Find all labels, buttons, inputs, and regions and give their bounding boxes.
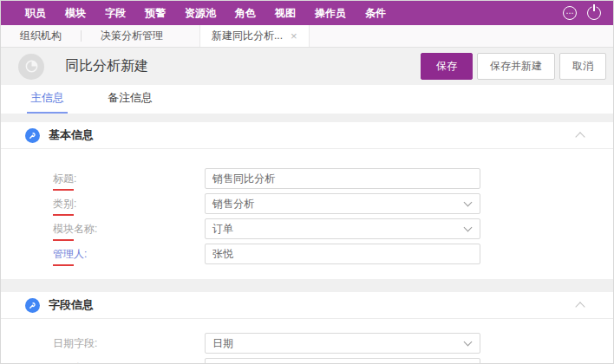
aggregation-value: 取记录数 bbox=[212, 361, 254, 364]
form-row-module-name: 模块名称: 订单 bbox=[53, 218, 613, 239]
form-row-title: 标题: bbox=[53, 168, 613, 189]
section-header-basic-info: 基本信息 bbox=[1, 122, 613, 149]
nav-item-condition[interactable]: 条件 bbox=[365, 6, 386, 21]
page-header: 同比分析新建 保存 保存并新建 取消 bbox=[1, 48, 613, 85]
active-document-tab[interactable]: 新建同比分析... × bbox=[199, 25, 310, 47]
title-input[interactable] bbox=[205, 168, 480, 189]
chevron-up-icon bbox=[575, 302, 585, 311]
chevron-up-icon bbox=[575, 132, 585, 141]
nav-right-icons: ⋯ bbox=[563, 6, 601, 20]
field-info-form: 日期字段: 日期 聚合方式: 取记录数 bbox=[1, 319, 613, 364]
title-label: 标题: bbox=[53, 172, 205, 186]
manager-label: 管理人: bbox=[53, 247, 205, 262]
section-spacer bbox=[1, 114, 613, 122]
category-value: 销售分析 bbox=[212, 197, 254, 211]
collapse-section-button[interactable] bbox=[573, 297, 587, 314]
section-header-field-info: 字段信息 bbox=[1, 292, 613, 319]
nav-item-role[interactable]: 角色 bbox=[235, 6, 256, 21]
module-name-label: 模块名称: bbox=[53, 222, 205, 237]
close-tab-icon[interactable]: × bbox=[291, 29, 297, 42]
chevron-down-icon bbox=[464, 198, 473, 207]
wrench-icon bbox=[25, 128, 40, 143]
nav-item-view[interactable]: 视图 bbox=[275, 6, 296, 21]
chevron-down-icon bbox=[464, 338, 473, 347]
manager-input[interactable] bbox=[205, 244, 480, 264]
power-icon[interactable] bbox=[587, 6, 601, 20]
module-name-select[interactable]: 订单 bbox=[205, 218, 480, 239]
more-icon[interactable]: ⋯ bbox=[563, 6, 577, 20]
top-nav: 职员 模块 字段 预警 资源池 角色 视图 操作员 条件 ⋯ bbox=[1, 1, 613, 25]
nav-item-alert[interactable]: 预警 bbox=[145, 6, 166, 21]
date-field-value: 日期 bbox=[212, 336, 233, 351]
cancel-button[interactable]: 取消 bbox=[559, 53, 606, 80]
form-row-category: 类别: 销售分析 bbox=[53, 193, 613, 214]
save-and-new-button[interactable]: 保存并新建 bbox=[477, 53, 555, 80]
section-spacer bbox=[1, 279, 613, 292]
nav-item-field[interactable]: 字段 bbox=[105, 6, 126, 21]
nav-item-operator[interactable]: 操作员 bbox=[315, 6, 346, 21]
form-row-manager: 管理人: bbox=[53, 244, 613, 264]
basic-info-form: 标题: 类别: 销售分析 模块名称: 订单 管理人: bbox=[1, 149, 613, 279]
save-button[interactable]: 保存 bbox=[421, 53, 473, 80]
category-label: 类别: bbox=[53, 197, 205, 211]
aggregation-select[interactable]: 取记录数 bbox=[205, 358, 480, 364]
form-row-date-field: 日期字段: 日期 bbox=[53, 333, 613, 354]
page-title: 同比分析新建 bbox=[65, 57, 148, 75]
header-buttons: 保存 保存并新建 取消 bbox=[421, 53, 606, 80]
nav-item-module[interactable]: 模块 bbox=[65, 6, 86, 21]
nav-item-staff[interactable]: 职员 bbox=[25, 6, 46, 21]
wrench-icon bbox=[25, 298, 40, 313]
pie-chart-icon bbox=[18, 54, 44, 80]
nav-item-resource-pool[interactable]: 资源池 bbox=[185, 6, 216, 21]
chevron-down-icon bbox=[464, 224, 473, 232]
breadcrumb-decision-analysis[interactable]: 决策分析管理 bbox=[82, 25, 182, 47]
form-row-aggregation: 聚合方式: 取记录数 bbox=[53, 358, 613, 364]
aggregation-label: 聚合方式: bbox=[53, 361, 205, 364]
info-tabs: 主信息 备注信息 bbox=[1, 85, 613, 114]
tab-strip: 组织机构 决策分析管理 新建同比分析... × bbox=[1, 25, 613, 48]
tab-notes-info[interactable]: 备注信息 bbox=[104, 90, 156, 114]
date-field-label: 日期字段: bbox=[53, 336, 205, 351]
collapse-section-button[interactable] bbox=[573, 127, 587, 144]
category-select[interactable]: 销售分析 bbox=[205, 193, 480, 214]
section-title: 基本信息 bbox=[49, 127, 94, 143]
date-field-select[interactable]: 日期 bbox=[205, 333, 480, 354]
breadcrumb-org[interactable]: 组织机构 bbox=[1, 25, 81, 47]
active-tab-label: 新建同比分析... bbox=[212, 29, 283, 43]
section-title: 字段信息 bbox=[49, 297, 94, 313]
tab-main-info[interactable]: 主信息 bbox=[27, 90, 68, 114]
module-name-value: 订单 bbox=[212, 222, 233, 237]
